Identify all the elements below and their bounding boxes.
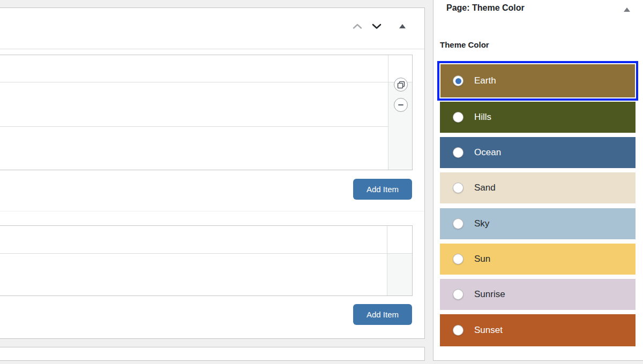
remove-row-button[interactable] bbox=[394, 98, 408, 112]
radio-checked-icon[interactable] bbox=[453, 75, 463, 86]
theme-option-ocean[interactable]: Ocean bbox=[440, 137, 635, 168]
option-label: Sun bbox=[474, 254, 490, 264]
theme-option-sun[interactable]: Sun bbox=[440, 244, 635, 275]
duplicate-row-button[interactable] bbox=[394, 78, 408, 92]
theme-option-sunrise[interactable]: Sunrise bbox=[440, 279, 635, 310]
actions-cell-background bbox=[387, 254, 412, 295]
minus-icon bbox=[397, 101, 405, 109]
move-down-icon[interactable] bbox=[371, 20, 383, 32]
move-up-icon[interactable] bbox=[352, 20, 363, 32]
radio-unchecked-icon[interactable] bbox=[453, 254, 463, 264]
theme-option-hills[interactable]: Hills bbox=[440, 102, 635, 133]
theme-option-earth[interactable]: Earth bbox=[440, 64, 635, 97]
wordpress-edit-screen: Add Item Add Item Page: Theme Color Them… bbox=[0, 0, 643, 364]
actions-cell-background bbox=[388, 82, 412, 170]
option-label: Ocean bbox=[474, 147, 501, 158]
add-item-button-1[interactable]: Add Item bbox=[353, 179, 412, 200]
option-label: Sky bbox=[474, 218, 489, 229]
option-label: Earth bbox=[474, 75, 496, 86]
metabox-header-divider bbox=[0, 49, 424, 49]
theme-option-sunset[interactable]: Sunset bbox=[440, 314, 635, 346]
sidebar-panel-title: Page: Theme Color bbox=[446, 3, 525, 13]
option-label: Hills bbox=[474, 112, 491, 123]
repeater-table-2 bbox=[0, 225, 413, 296]
theme-color-field-label: Theme Color bbox=[440, 40, 489, 49]
duplicate-icon bbox=[397, 81, 405, 89]
radio-unchecked-icon[interactable] bbox=[453, 183, 463, 193]
selected-option-outline[interactable]: Earth bbox=[437, 61, 638, 101]
option-label: Sunrise bbox=[474, 289, 505, 300]
radio-dot bbox=[455, 78, 461, 84]
repeater-table-1 bbox=[0, 55, 413, 170]
theme-option-sand[interactable]: Sand bbox=[440, 172, 635, 203]
row-divider bbox=[0, 253, 412, 254]
row-divider bbox=[0, 126, 412, 127]
theme-option-sky[interactable]: Sky bbox=[440, 208, 635, 239]
option-label: Sunset bbox=[474, 325, 503, 336]
radio-unchecked-icon[interactable] bbox=[453, 147, 463, 158]
radio-unchecked-icon[interactable] bbox=[453, 289, 463, 300]
add-item-button-2[interactable]: Add Item bbox=[353, 304, 412, 325]
sidebar-collapse-toggle-icon[interactable] bbox=[623, 6, 631, 13]
radio-unchecked-icon[interactable] bbox=[453, 325, 463, 336]
triangle-up-icon bbox=[399, 24, 406, 28]
collapse-toggle-icon[interactable] bbox=[397, 20, 408, 32]
radio-unchecked-icon[interactable] bbox=[453, 218, 463, 229]
radio-unchecked-icon[interactable] bbox=[453, 112, 463, 123]
metabox-order-controls bbox=[347, 20, 412, 32]
option-label: Sand bbox=[474, 183, 496, 193]
field-separator bbox=[0, 211, 424, 211]
triangle-up-icon bbox=[624, 7, 630, 12]
next-metabox-edge bbox=[0, 347, 425, 361]
row-divider bbox=[0, 82, 412, 82]
